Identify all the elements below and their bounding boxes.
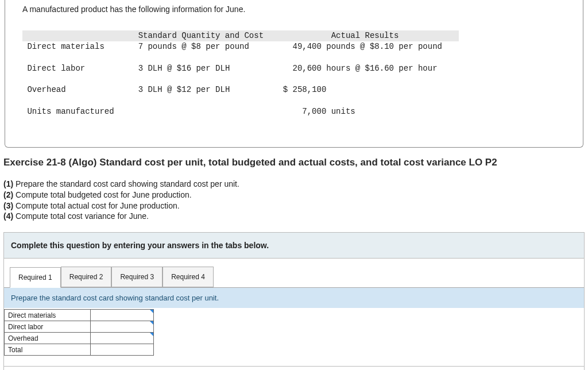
input-oh[interactable] [91, 333, 154, 344]
table-row: Total [5, 344, 154, 356]
dm-act: 49,400 pounds @ $8.10 per pound [293, 42, 442, 51]
table-row: Direct materials [5, 310, 154, 321]
answer-grid: Direct materials Direct labor Overhead T… [4, 309, 584, 356]
exercise-title: Exercise 21-8 (Algo) Standard cost per u… [3, 157, 585, 168]
input-dl[interactable] [91, 321, 154, 333]
row-label-oh: Overhead [5, 333, 91, 344]
task-4-num: (4) [3, 211, 13, 221]
tab-description: Prepare the standard cost card showing s… [4, 288, 584, 308]
task-1-num: (1) [3, 179, 13, 188]
table-row: Overhead [5, 333, 154, 344]
table-row: Direct labor [5, 321, 154, 333]
tab-required-3[interactable]: Required 3 [111, 267, 163, 287]
oh-label: Overhead [27, 85, 65, 94]
dl-std: 3 DLH @ $16 per DLH [138, 64, 230, 73]
task-2-text: Compute total budgeted cost for June pro… [16, 190, 192, 199]
row-label-total: Total [5, 344, 91, 356]
answer-panel: Complete this question by entering your … [3, 232, 585, 370]
task-2-num: (2) [3, 190, 13, 199]
task-1-text: Prepare the standard cost card showing s… [16, 179, 239, 188]
task-3-num: (3) [3, 201, 13, 210]
pager: ‹ Prev 🔗 2 3 4 of 4 Next › [4, 366, 584, 370]
dm-label: Direct materials [27, 42, 104, 51]
row-label-dl: Direct labor [5, 321, 91, 333]
tab-required-4[interactable]: Required 4 [163, 267, 214, 287]
task-4-text: Compute total cost variance for June. [16, 211, 149, 221]
instruction-bar: Complete this question by entering your … [4, 233, 584, 259]
dl-act: 20,600 hours @ $16.60 per hour [293, 64, 438, 73]
input-dm[interactable] [91, 310, 154, 321]
intro-text: A manufactured product has the following… [22, 5, 566, 14]
task-3-text: Compute total actual cost for June produ… [16, 201, 180, 210]
problem-info-box: A manufactured product has the following… [5, 0, 583, 148]
row-label-dm: Direct materials [5, 310, 91, 321]
tab-strip: Required 1 Required 2 Required 3 Require… [4, 259, 584, 287]
units-act: 7,000 units [302, 107, 355, 116]
data-table: Standard Quantity and Cost Actual Result… [22, 20, 566, 139]
table-header-row: Standard Quantity and Cost Actual Result… [22, 30, 459, 41]
tab-required-1[interactable]: Required 1 [10, 267, 61, 288]
oh-act: $ 258,100 [283, 85, 327, 94]
oh-std: 3 DLH @ $12 per DLH [138, 85, 230, 94]
dm-std: 7 pounds @ $8 per pound [138, 42, 249, 51]
input-total [91, 344, 154, 356]
units-label: Units manufactured [27, 107, 114, 116]
task-list: (1) Prepare the standard cost card showi… [3, 179, 585, 222]
tab-required-2[interactable]: Required 2 [61, 267, 112, 287]
dl-label: Direct labor [27, 64, 85, 73]
header-standard: Standard Quantity and Cost [138, 31, 264, 40]
header-actual: Actual Results [331, 31, 399, 40]
